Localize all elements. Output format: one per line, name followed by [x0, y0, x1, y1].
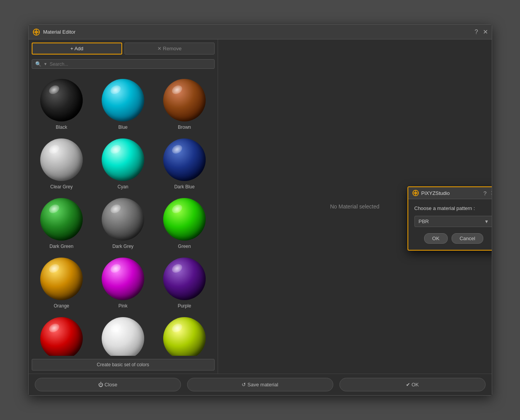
sphere-highlight-icon — [109, 84, 122, 96]
dialog-prompt: Choose a material pattern : — [414, 205, 492, 211]
dialog-body: Choose a material pattern : PBR ▼ OK Can… — [408, 199, 492, 250]
dialog-controls: ? ✕ — [483, 190, 491, 196]
material-label-darkgreen: Dark Green — [49, 244, 73, 249]
search-input-wrap: 🔍 ▼ — [32, 59, 215, 69]
dialog-title: PiXYZStudio — [421, 190, 484, 196]
left-panel-footer: Create basic set of colors — [29, 356, 218, 374]
window-title: Material Editor — [43, 29, 475, 35]
sphere-highlight-icon — [170, 262, 184, 274]
ok-button-bottom[interactable]: ✔ OK — [339, 378, 486, 391]
material-label-purple: Purple — [178, 303, 191, 309]
material-sphere-purple — [163, 258, 206, 300]
material-label-brown: Brown — [178, 125, 191, 130]
material-item-darkgrey[interactable]: Dark Grey — [93, 194, 153, 252]
app-logo-icon — [32, 28, 40, 36]
material-sphere-cleargrey — [40, 138, 83, 181]
material-label-cyan: Cyan — [118, 184, 128, 190]
material-item-orange[interactable]: Orange — [32, 254, 92, 312]
dialog: PiXYZStudio ? ✕ Choose a material patter… — [407, 186, 492, 251]
search-icon: 🔍 — [35, 61, 41, 67]
material-label-green: Green — [178, 244, 191, 249]
dialog-help-button[interactable]: ? — [483, 190, 486, 196]
sphere-highlight-icon — [170, 203, 184, 215]
material-sphere-darkgreen — [40, 198, 83, 241]
material-item-pink[interactable]: Pink — [93, 254, 153, 312]
dropdown-arrow-icon: ▼ — [44, 62, 48, 66]
material-sphere-orange — [40, 258, 83, 300]
material-item-brown[interactable]: Brown — [155, 75, 215, 133]
save-material-button[interactable]: ↺ Save material — [187, 378, 333, 391]
dialog-logo-icon — [412, 190, 419, 196]
close-button-bottom[interactable]: ⏻ Close — [35, 378, 181, 391]
material-item-yellow[interactable]: Yellow — [155, 313, 215, 356]
create-colors-button[interactable]: Create basic set of colors — [32, 359, 215, 370]
material-item-darkblue[interactable]: Dark Blue — [155, 135, 215, 193]
no-material-label: No Material selected — [330, 203, 380, 210]
dialog-cancel-button[interactable]: Cancel — [452, 233, 483, 244]
dialog-close-button[interactable]: ✕ — [491, 190, 492, 196]
material-sphere-blue — [102, 79, 144, 121]
sphere-highlight-icon — [109, 203, 122, 215]
material-label-pink: Pink — [118, 303, 127, 309]
material-sphere-darkblue — [163, 138, 206, 181]
window-controls: ? ✕ — [475, 29, 488, 35]
material-item-cleargrey[interactable]: Clear Grey — [32, 135, 92, 193]
material-sphere-black — [40, 79, 83, 121]
main-content: + Add ✕ Remove 🔍 ▼ BlackBlueBrownClear G… — [29, 39, 492, 374]
material-label-black: Black — [56, 125, 67, 130]
material-item-purple[interactable]: Purple — [155, 254, 215, 312]
dialog-ok-button[interactable]: OK — [424, 233, 448, 244]
remove-button[interactable]: ✕ Remove — [124, 43, 215, 55]
material-label-blue: Blue — [118, 125, 128, 130]
material-sphere-brown — [163, 79, 206, 121]
material-sphere-white — [102, 317, 144, 356]
sphere-highlight-icon — [48, 143, 61, 155]
dialog-select[interactable]: PBR ▼ — [414, 216, 492, 227]
material-item-green[interactable]: Green — [155, 194, 215, 252]
dialog-select-arrow-icon: ▼ — [484, 219, 489, 224]
close-button[interactable]: ✕ — [483, 29, 488, 35]
material-label-darkblue: Dark Blue — [174, 184, 195, 190]
toolbar: + Add ✕ Remove — [29, 39, 218, 58]
dialog-actions: OK Cancel — [414, 233, 492, 244]
material-sphere-yellow — [163, 317, 206, 356]
material-item-red[interactable]: Red — [32, 313, 92, 356]
materials-grid: BlackBlueBrownClear GreyCyanDark BlueDar… — [29, 72, 218, 356]
search-input[interactable] — [49, 61, 211, 67]
sphere-highlight-icon — [48, 84, 61, 96]
material-item-black[interactable]: Black — [32, 75, 92, 133]
sphere-highlight-icon — [109, 322, 122, 334]
material-sphere-darkgrey — [102, 198, 144, 241]
material-label-darkgrey: Dark Grey — [113, 244, 134, 249]
material-label-cleargrey: Clear Grey — [50, 184, 73, 190]
material-sphere-red — [40, 317, 83, 356]
help-button[interactable]: ? — [475, 29, 478, 35]
material-sphere-cyan — [102, 138, 144, 181]
sphere-highlight-icon — [109, 262, 122, 274]
dialog-select-value: PBR — [419, 219, 484, 224]
right-panel: No Material selected PiXYZStudio ? ✕ — [218, 39, 492, 374]
sphere-highlight-icon — [48, 322, 61, 334]
material-item-white[interactable]: White — [93, 313, 153, 356]
sphere-highlight-icon — [109, 143, 122, 155]
material-sphere-pink — [102, 258, 144, 300]
material-editor-window: Material Editor ? ✕ + Add ✕ Remove 🔍 ▼ — [28, 24, 492, 396]
left-panel: + Add ✕ Remove 🔍 ▼ BlackBlueBrownClear G… — [29, 39, 218, 374]
sphere-highlight-icon — [170, 322, 184, 334]
sphere-highlight-icon — [48, 262, 61, 274]
add-button[interactable]: + Add — [32, 43, 123, 55]
sphere-highlight-icon — [170, 143, 184, 155]
sphere-highlight-icon — [170, 84, 184, 96]
dialog-title-bar: PiXYZStudio ? ✕ — [408, 187, 492, 199]
bottom-bar: ⏻ Close ↺ Save material ✔ OK — [29, 374, 492, 395]
search-bar: 🔍 ▼ — [29, 58, 218, 72]
sphere-highlight-icon — [48, 203, 61, 215]
material-sphere-green — [163, 198, 206, 241]
title-bar: Material Editor ? ✕ — [29, 25, 492, 39]
material-item-darkgreen[interactable]: Dark Green — [32, 194, 92, 252]
material-item-cyan[interactable]: Cyan — [93, 135, 153, 193]
material-label-orange: Orange — [54, 303, 69, 309]
material-item-blue[interactable]: Blue — [93, 75, 153, 133]
